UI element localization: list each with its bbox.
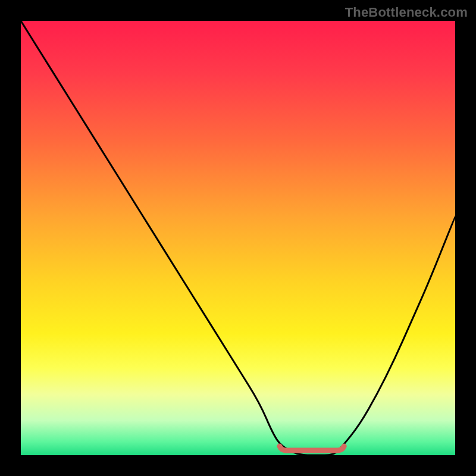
gradient-background	[21, 21, 455, 455]
bottleneck-chart	[21, 21, 455, 455]
plot-area	[21, 21, 455, 455]
chart-frame: TheBottleneck.com	[0, 0, 476, 476]
watermark-text: TheBottleneck.com	[345, 5, 468, 20]
